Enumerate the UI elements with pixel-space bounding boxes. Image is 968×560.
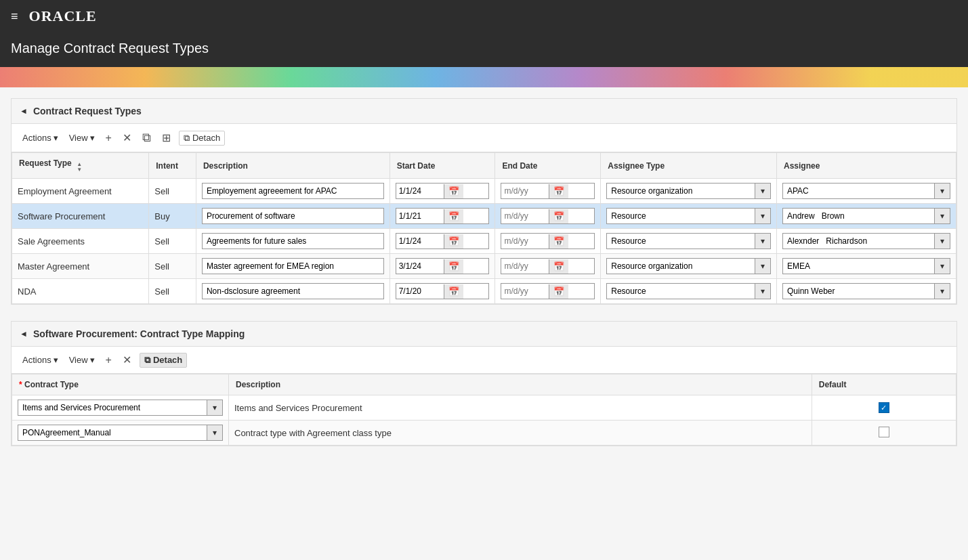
assignee-dropdown-icon[interactable]: ▾	[934, 184, 950, 198]
end-date-calendar-icon[interactable]: 📅	[549, 209, 568, 223]
start-date-calendar-icon[interactable]: 📅	[444, 284, 463, 299]
actions-button[interactable]: Actions ▾	[20, 131, 61, 144]
end-date-input[interactable]	[501, 234, 549, 249]
view2-button[interactable]: View ▾	[66, 353, 98, 366]
banner	[0, 67, 968, 87]
end-date-input[interactable]	[501, 184, 549, 198]
start-date-calendar-icon[interactable]: 📅	[444, 259, 463, 274]
description-input[interactable]	[202, 233, 384, 249]
default-checkbox-checked[interactable]: ✓	[879, 402, 889, 413]
end-date-cell[interactable]: 📅	[495, 254, 601, 279]
assignee-input[interactable]	[783, 284, 934, 299]
assignee-type-dropdown-icon[interactable]: ▾	[755, 209, 770, 223]
end-date-input[interactable]	[501, 209, 549, 223]
description-cell[interactable]	[196, 204, 390, 229]
assignee-type-cell[interactable]: Resource organizationResource▾	[601, 179, 777, 204]
default-cell[interactable]	[812, 421, 956, 446]
assignee-input[interactable]	[783, 209, 934, 223]
assignee-dropdown-icon[interactable]: ▾	[934, 209, 950, 223]
start-date-cell[interactable]: 📅	[390, 179, 495, 204]
assignee-type-select[interactable]: Resource organizationResource	[607, 184, 755, 198]
collapse-arrow-icon[interactable]: ◄	[20, 106, 28, 116]
assignee-type-cell[interactable]: Resource organizationResource▾	[601, 204, 777, 229]
description-cell[interactable]	[196, 279, 390, 304]
start-date-cell[interactable]: 📅	[390, 254, 495, 279]
end-date-calendar-icon[interactable]: 📅	[549, 234, 568, 249]
assignee-dropdown-icon[interactable]: ▾	[934, 259, 950, 274]
default-checkbox-unchecked[interactable]	[879, 427, 889, 437]
oracle-logo: ORACLE	[29, 7, 97, 25]
detach2-button[interactable]: ⧉ Detach	[140, 353, 187, 368]
end-date-input[interactable]	[501, 284, 549, 299]
start-date-input[interactable]	[396, 234, 444, 249]
description-input[interactable]	[202, 283, 384, 299]
end-date-calendar-icon[interactable]: 📅	[549, 259, 568, 274]
assignee-input[interactable]	[783, 184, 934, 198]
description-input[interactable]	[202, 208, 384, 224]
start-date-input[interactable]	[396, 209, 444, 223]
start-date-calendar-icon[interactable]: 📅	[444, 234, 463, 249]
col-desc: Description	[229, 374, 812, 395]
delete-row2-button[interactable]: ✕	[120, 352, 134, 368]
assignee-cell[interactable]: ▾	[777, 204, 956, 229]
end-date-cell[interactable]: 📅	[495, 279, 601, 304]
assignee-input[interactable]	[783, 234, 934, 249]
contract-type-input[interactable]	[18, 425, 207, 440]
end-date-calendar-icon[interactable]: 📅	[549, 184, 568, 198]
assignee-type-select[interactable]: Resource organizationResource	[607, 234, 755, 249]
add-row2-button[interactable]: +	[103, 353, 114, 368]
end-date-cell[interactable]: 📅	[495, 179, 601, 204]
add-row-button[interactable]: +	[103, 131, 114, 146]
description-cell[interactable]	[196, 179, 390, 204]
assignee-cell[interactable]: ▾	[777, 179, 956, 204]
contract-type-input[interactable]	[18, 400, 207, 415]
description-cell[interactable]	[196, 229, 390, 254]
end-date-cell[interactable]: 📅	[495, 229, 601, 254]
assignee-dropdown-icon[interactable]: ▾	[934, 284, 950, 299]
table-row: Employment AgreementSell📅📅Resource organ…	[12, 179, 956, 204]
assignee-type-cell[interactable]: Resource organizationResource▾	[601, 229, 777, 254]
assignee-dropdown-icon[interactable]: ▾	[934, 234, 950, 249]
freeze-button[interactable]: ⧉	[140, 129, 154, 146]
start-date-input[interactable]	[396, 284, 444, 299]
assignee-type-dropdown-icon[interactable]: ▾	[755, 234, 770, 249]
delete-row-button[interactable]: ✕	[120, 130, 134, 146]
start-date-calendar-icon[interactable]: 📅	[444, 209, 463, 223]
start-date-calendar-icon[interactable]: 📅	[444, 184, 463, 198]
actions2-button[interactable]: Actions ▾	[20, 353, 61, 366]
intent-cell: Sell	[149, 254, 196, 279]
end-date-input[interactable]	[501, 259, 549, 274]
view-button[interactable]: View ▾	[66, 131, 98, 144]
assignee-type-select[interactable]: Resource organizationResource	[607, 209, 755, 223]
assignee-type-dropdown-icon[interactable]: ▾	[755, 284, 770, 299]
start-date-input[interactable]	[396, 259, 444, 274]
assignee-type-cell[interactable]: Resource organizationResource▾	[601, 279, 777, 304]
collapse-arrow2-icon[interactable]: ◄	[20, 329, 28, 339]
start-date-cell[interactable]: 📅	[390, 279, 495, 304]
assignee-type-select[interactable]: Resource organizationResource	[607, 284, 755, 299]
assignee-cell[interactable]: ▾	[777, 229, 956, 254]
assignee-type-dropdown-icon[interactable]: ▾	[755, 184, 770, 198]
contract-type-dropdown-icon[interactable]: ▾	[207, 425, 222, 440]
contract-type-cell[interactable]: ▾	[12, 421, 229, 446]
default-cell[interactable]: ✓	[812, 395, 956, 421]
start-date-cell[interactable]: 📅	[390, 229, 495, 254]
assignee-cell[interactable]: ▾	[777, 254, 956, 279]
assignee-input[interactable]	[783, 259, 934, 274]
end-date-cell[interactable]: 📅	[495, 204, 601, 229]
start-date-input[interactable]	[396, 184, 444, 198]
contract-type-dropdown-icon[interactable]: ▾	[207, 400, 222, 415]
end-date-calendar-icon[interactable]: 📅	[549, 284, 568, 299]
description-input[interactable]	[202, 258, 384, 274]
start-date-cell[interactable]: 📅	[390, 204, 495, 229]
detach-button[interactable]: ⧉ Detach	[179, 131, 225, 146]
contract-type-cell[interactable]: ▾	[12, 395, 229, 421]
description-input[interactable]	[202, 183, 384, 199]
hamburger-icon[interactable]: ≡	[11, 9, 18, 24]
export-button[interactable]: ⊞	[159, 130, 173, 146]
assignee-cell[interactable]: ▾	[777, 279, 956, 304]
description-cell[interactable]	[196, 254, 390, 279]
assignee-type-cell[interactable]: Resource organizationResource▾	[601, 254, 777, 279]
assignee-type-dropdown-icon[interactable]: ▾	[755, 259, 770, 274]
assignee-type-select[interactable]: Resource organizationResource	[607, 259, 755, 274]
